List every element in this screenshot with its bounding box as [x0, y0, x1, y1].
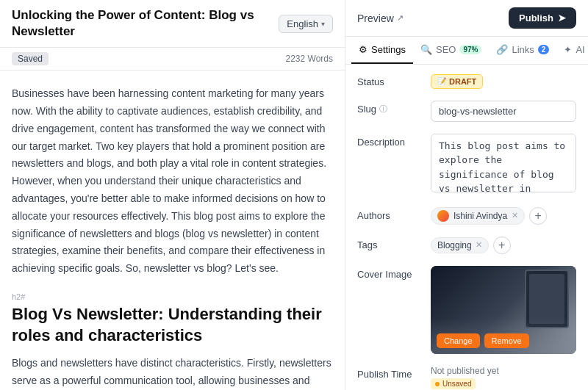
section-heading: Blog Vs Newsletter: Understanding their … [12, 304, 333, 346]
main-paragraph: Businesses have been harnessing content … [12, 85, 333, 278]
tags-inline: Blogging ✕ + [431, 236, 576, 254]
send-icon: ➤ [558, 12, 566, 24]
tags-value: Blogging ✕ + [431, 236, 576, 254]
unsaved-dot [435, 382, 440, 386]
chevron-down-icon: ▾ [321, 20, 325, 28]
settings-icon: ⚙ [359, 44, 368, 55]
description-field-row: Description This blog post aims to explo… [357, 134, 576, 195]
tag-chip-blogging: Blogging ✕ [431, 237, 489, 253]
right-panel: Preview ↗ Publish ➤ ⚙ Settings 🔍 SEO 97%… [345, 0, 588, 390]
saved-badge: Saved [12, 52, 49, 65]
tab-seo[interactable]: 🔍 SEO 97% [413, 37, 489, 64]
cover-image-field-row: Cover Image Change Remove [357, 266, 576, 354]
description-value-container[interactable]: This blog post aims to explore the signi… [431, 134, 576, 195]
left-panel: Unlocking the Power of Content: Blog vs … [0, 0, 345, 390]
remove-image-button[interactable]: Remove [484, 333, 529, 348]
device-screen [529, 274, 564, 324]
status-bar: Saved 2232 Words [0, 48, 345, 71]
tab-links-label: Links [512, 44, 534, 55]
external-link-icon: ↗ [397, 13, 404, 23]
tags-label: Tags [357, 236, 423, 250]
cover-image-visual: Change Remove [431, 266, 576, 354]
header-bar: Unlocking the Power of Content: Blog vs … [0, 0, 345, 48]
right-header: Preview ↗ Publish ➤ [345, 0, 588, 37]
change-image-button[interactable]: Change [437, 333, 480, 348]
tags-field-row: Tags Blogging ✕ + [357, 236, 576, 254]
tabs-bar: ⚙ Settings 🔍 SEO 97% 🔗 Links 2 ✦ AI [345, 37, 588, 65]
tag-name: Blogging [437, 240, 472, 250]
authors-value: Ishini Avindya ✕ + [431, 207, 576, 225]
section-text: Blogs and newsletters have distinct char… [12, 355, 333, 390]
tab-links[interactable]: 🔗 Links 2 [489, 37, 556, 64]
add-author-button[interactable]: + [529, 207, 547, 225]
unsaved-text: Unsaved [442, 380, 471, 388]
language-button[interactable]: English ▾ [279, 15, 333, 33]
publish-time-label: Publish Time [357, 366, 423, 380]
article-title: Unlocking the Power of Content: Blog vs … [12, 7, 270, 40]
settings-content: Status 📝 DRAFT Slug ⓘ Description This b… [345, 65, 588, 390]
ai-icon: ✦ [564, 44, 572, 55]
author-name: Ishini Avindya [453, 211, 507, 221]
tab-settings[interactable]: ⚙ Settings [351, 37, 413, 64]
description-label: Description [357, 134, 423, 148]
status-label: Status [357, 73, 423, 87]
content-area[interactable]: Businesses have been harnessing content … [0, 71, 345, 390]
description-textarea[interactable]: This blog post aims to explore the signi… [431, 134, 576, 192]
author-avatar [437, 210, 449, 222]
tab-ai-label: AI [576, 44, 584, 55]
slug-label: Slug [357, 104, 376, 115]
cover-image-label: Cover Image [357, 266, 423, 280]
preview-label: Preview [357, 12, 394, 24]
h2-label-container: h2# Blog Vs Newsletter: Understanding th… [12, 292, 333, 346]
slug-label-container: Slug ⓘ [357, 101, 423, 115]
publish-button[interactable]: Publish ➤ [509, 7, 576, 29]
word-count: 2232 Words [286, 54, 333, 64]
cover-image-actions: Change Remove [431, 328, 576, 354]
add-tag-button[interactable]: + [493, 236, 511, 254]
slug-input[interactable] [431, 101, 576, 122]
not-published-text: Not published yet [431, 366, 576, 376]
tab-settings-label: Settings [371, 44, 406, 55]
seo-score-badge: 97% [459, 45, 481, 54]
publish-time-value: Not published yet Unsaved [431, 366, 576, 390]
slug-value-container[interactable] [431, 101, 576, 122]
authors-label: Authors [357, 207, 423, 221]
cover-image-value: Change Remove [431, 266, 576, 354]
tab-ai[interactable]: ✦ AI [556, 37, 588, 64]
preview-button[interactable]: Preview ↗ [357, 12, 404, 24]
draft-text: DRAFT [449, 77, 476, 86]
tag-remove-icon[interactable]: ✕ [476, 240, 482, 250]
status-value: 📝 DRAFT [431, 73, 576, 89]
authors-field-row: Authors Ishini Avindya ✕ + [357, 207, 576, 225]
slug-field-row: Slug ⓘ [357, 101, 576, 122]
h2-label: h2# [12, 292, 333, 301]
status-field-row: Status 📝 DRAFT [357, 73, 576, 89]
draft-icon: 📝 [437, 77, 446, 85]
unsaved-badge: Unsaved [431, 378, 476, 389]
links-count-badge: 2 [538, 45, 550, 54]
language-label: English [287, 18, 318, 29]
info-icon: ⓘ [379, 104, 387, 115]
publish-label: Publish [519, 12, 553, 24]
seo-search-icon: 🔍 [420, 44, 432, 55]
author-tag: Ishini Avindya ✕ [431, 207, 525, 225]
publish-time-field-row: Publish Time Not published yet Unsaved [357, 366, 576, 390]
authors-inline: Ishini Avindya ✕ + [431, 207, 576, 225]
links-icon: 🔗 [496, 44, 508, 55]
tab-seo-label: SEO [436, 44, 456, 55]
draft-badge: 📝 DRAFT [431, 74, 483, 89]
author-remove-icon[interactable]: ✕ [512, 211, 518, 220]
